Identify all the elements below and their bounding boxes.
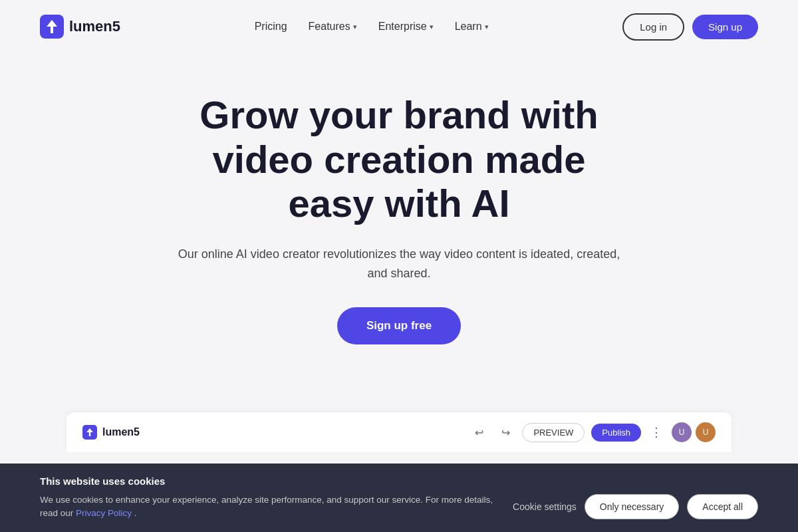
nav-item-enterprise[interactable]: Enterprise ▾ [378, 21, 434, 33]
logo-text: lumen5 [69, 18, 120, 35]
nav-item-pricing[interactable]: Pricing [255, 21, 287, 33]
signup-nav-button[interactable]: Sign up [692, 15, 758, 39]
lumen5-logo-icon [40, 15, 64, 39]
preview-logo: lumen5 [82, 425, 140, 440]
nav-item-learn[interactable]: Learn ▾ [455, 21, 489, 33]
accept-all-button[interactable]: Accept all [687, 494, 758, 519]
login-button[interactable]: Log in [622, 13, 684, 41]
hero-title: Grow your brand with video creation made… [166, 93, 632, 226]
only-necessary-button[interactable]: Only necessary [585, 494, 679, 519]
privacy-policy-link[interactable]: Privacy Policy [76, 508, 132, 518]
avatar-user-1: U [672, 422, 692, 442]
chevron-down-icon: ▾ [430, 23, 434, 31]
cookie-title: This website uses cookies [40, 475, 758, 487]
hero-cta-button[interactable]: Sign up free [337, 307, 461, 344]
cookie-settings-button[interactable]: Cookie settings [513, 501, 577, 512]
publish-button[interactable]: Publish [591, 424, 641, 442]
preview-logo-icon [82, 425, 97, 440]
redo-button[interactable]: ↪ [495, 422, 515, 442]
hero-subtitle: Our online AI video creator revolutioniz… [173, 245, 625, 283]
more-options-icon[interactable]: ⋮ [648, 425, 665, 440]
cookie-text: We use cookies to enhance your experienc… [40, 493, 505, 521]
chevron-down-icon: ▾ [353, 23, 357, 31]
logo[interactable]: lumen5 [40, 15, 120, 39]
undo-button[interactable]: ↩ [469, 422, 489, 442]
avatar-user-2: U [696, 422, 716, 442]
chevron-down-icon: ▾ [485, 23, 489, 31]
preview-actions: ↩ ↪ PREVIEW Publish ⋮ U U [469, 422, 716, 442]
preview-bar: lumen5 ↩ ↪ PREVIEW Publish ⋮ U U [66, 412, 732, 452]
preview-logo-text: lumen5 [102, 426, 140, 438]
avatar-group: U U [672, 422, 716, 442]
cookie-body: We use cookies to enhance your experienc… [40, 493, 758, 521]
nav-link-pricing[interactable]: Pricing [255, 21, 287, 33]
hero-section: Grow your brand with video creation made… [0, 53, 798, 371]
preview-button[interactable]: PREVIEW [522, 423, 585, 442]
nav-links: Pricing Features ▾ Enterprise ▾ Learn ▾ [255, 21, 489, 33]
nav-link-enterprise[interactable]: Enterprise ▾ [378, 21, 434, 33]
cookie-banner: This website uses cookies We use cookies… [0, 464, 798, 533]
nav-link-learn[interactable]: Learn ▾ [455, 21, 489, 33]
nav-actions: Log in Sign up [622, 13, 758, 41]
navbar: lumen5 Pricing Features ▾ Enterprise ▾ L… [0, 0, 798, 53]
nav-item-features[interactable]: Features ▾ [309, 21, 357, 33]
cookie-buttons: Cookie settings Only necessary Accept al… [513, 494, 758, 519]
nav-link-features[interactable]: Features ▾ [309, 21, 357, 33]
